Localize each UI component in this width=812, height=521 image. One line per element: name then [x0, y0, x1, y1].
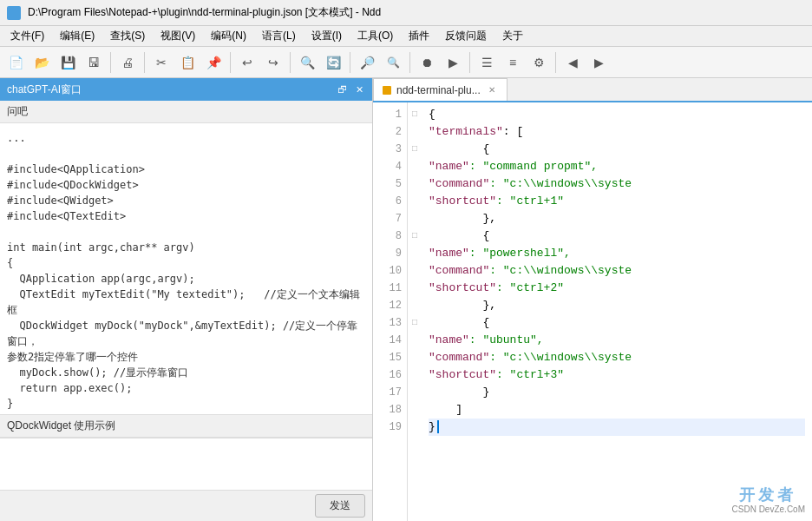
fold-marker-13[interactable]: □ — [408, 314, 422, 332]
zoom-out-btn[interactable]: 🔍 — [381, 50, 405, 75]
replace-btn[interactable]: 🔄 — [321, 50, 345, 75]
fold-marker-15 — [408, 349, 422, 366]
print-btn[interactable]: 🖨 — [115, 50, 140, 75]
code-part-bracket: { — [429, 316, 489, 329]
panel-close-btn[interactable]: ✕ — [353, 83, 365, 96]
align-left-btn[interactable]: ☰ — [475, 50, 499, 75]
fold-marker-3[interactable]: □ — [408, 141, 422, 158]
menu-item-[interactable]: 插件 — [402, 27, 436, 45]
redo-btn[interactable]: ↪ — [261, 50, 285, 75]
save-btn[interactable]: 💾 — [56, 50, 80, 75]
code-part-key: "terminals" — [429, 125, 503, 138]
fold-marker-4 — [408, 158, 422, 175]
menu-item-i[interactable]: 设置(I) — [304, 27, 349, 45]
code-line-18: ] — [429, 401, 805, 419]
sep7 — [469, 52, 470, 73]
file-tab[interactable]: ndd-terminal-plu... ✕ — [373, 78, 508, 101]
zoom-in-btn[interactable]: 🔎 — [355, 50, 379, 75]
code-part-str: : "c:\\windows\\syste — [489, 264, 632, 277]
code-part-bracket: }, — [429, 212, 496, 225]
code-part-bracket: }, — [429, 299, 496, 312]
tab-bar: ndd-terminal-plu... ✕ — [373, 78, 812, 102]
open-btn[interactable]: 📂 — [29, 50, 54, 75]
paste-btn[interactable]: 📌 — [201, 50, 226, 75]
fold-marker-14 — [408, 332, 422, 349]
undo-btn[interactable]: ↩ — [235, 50, 259, 75]
save-all-btn[interactable]: 🖫 — [82, 50, 106, 75]
chat-input[interactable] — [3, 442, 369, 486]
line-number-8: 8 — [373, 228, 407, 245]
line-number-18: 18 — [373, 401, 407, 419]
menu-item-n[interactable]: 编码(N) — [204, 27, 253, 45]
run-btn[interactable]: ▶ — [441, 50, 465, 75]
fold-marker-11 — [408, 280, 422, 297]
panel-title-controls: 🗗 ✕ — [336, 83, 365, 96]
code-part-key: "name" — [429, 247, 469, 260]
code-line-2: "terminals": [ — [429, 123, 805, 141]
menu-item-o[interactable]: 工具(O) — [350, 27, 400, 45]
main-area: chatGPT-AI窗口 🗗 ✕ 问吧 ... #include<QApplic… — [0, 78, 812, 521]
align-right-btn[interactable]: ≡ — [501, 50, 525, 75]
code-part-key: "name" — [429, 333, 469, 346]
code-part-key: "shortcut" — [429, 281, 496, 294]
fold-marker-7 — [408, 210, 422, 228]
menu-item-v[interactable]: 视图(V) — [154, 27, 202, 45]
panel-restore-btn[interactable]: 🗗 — [336, 83, 348, 96]
menu-item-e[interactable]: 编辑(E) — [53, 27, 102, 45]
code-part-str: : "ctrl+3" — [496, 368, 564, 381]
copy-btn[interactable]: 📋 — [175, 50, 200, 75]
watermark-wrapper: 开发者 CSDN DevZe.CoM — [732, 505, 805, 514]
prev-btn[interactable]: ◀ — [560, 50, 585, 75]
line-number-16: 16 — [373, 366, 407, 384]
fold-marker-16 — [408, 366, 422, 384]
menu-item-l[interactable]: 语言(L) — [255, 27, 303, 45]
code-line-14: "name": "ubuntu", — [429, 332, 805, 349]
code-part-str: : "powershell", — [469, 247, 571, 260]
code-part-str: : "ubuntu", — [469, 333, 544, 346]
settings-btn[interactable]: ⚙ — [527, 50, 551, 75]
code-line-4: "name": "command propmt", — [429, 158, 805, 175]
tab-close-btn[interactable]: ✕ — [486, 84, 498, 96]
new-file-btn[interactable]: 📄 — [3, 50, 28, 75]
line-number-9: 9 — [373, 245, 407, 262]
sep4 — [290, 52, 291, 73]
sep3 — [230, 52, 231, 73]
bottom-label: QDockWidget 使用示例 — [0, 414, 372, 438]
menu-bar: 文件(F)编辑(E)查找(S)视图(V)编码(N)语言(L)设置(I)工具(O)… — [0, 26, 812, 47]
fold-marker-10 — [408, 262, 422, 280]
code-part-bracket: } — [429, 420, 435, 433]
fold-marker-1[interactable]: □ — [408, 106, 422, 123]
line-number-5: 5 — [373, 175, 407, 193]
code-line-10: "command": "c:\\windows\\syste — [429, 262, 805, 280]
code-line-7: }, — [429, 210, 805, 228]
code-part-str: : "ctrl+1" — [496, 195, 564, 208]
line-number-10: 10 — [373, 262, 407, 280]
macro-btn[interactable]: ⏺ — [415, 50, 439, 75]
fold-marker-8[interactable]: □ — [408, 228, 422, 245]
code-part-bracket: { — [429, 229, 489, 242]
menu-item-s[interactable]: 查找(S) — [103, 27, 152, 45]
menu-item-[interactable]: 反馈问题 — [438, 27, 494, 45]
line-number-17: 17 — [373, 384, 407, 401]
cut-btn[interactable]: ✂ — [149, 50, 174, 75]
fold-marker-12 — [408, 297, 422, 314]
watermark-sub: CSDN DevZe.CoM — [732, 505, 805, 514]
app-icon — [7, 6, 21, 20]
code-line-13: { — [429, 314, 805, 332]
fold-marker-2 — [408, 123, 422, 141]
title-text: D:\Program Files\Notepad-+\plugin\ndd-te… — [28, 5, 381, 20]
menu-item-f[interactable]: 文件(F) — [3, 27, 51, 45]
chat-input-area[interactable] — [0, 438, 372, 490]
right-panel: ndd-terminal-plu... ✕ 123456789101112131… — [373, 78, 812, 521]
code-line-11: "shortcut": "ctrl+2" — [429, 280, 805, 297]
code-line-3: { — [429, 141, 805, 158]
code-part-key: "shortcut" — [429, 195, 496, 208]
send-button[interactable]: 发送 — [315, 494, 365, 518]
find-btn[interactable]: 🔍 — [295, 50, 319, 75]
line-number-11: 11 — [373, 280, 407, 297]
menu-item-[interactable]: 关于 — [495, 27, 530, 45]
code-line-16: "shortcut": "ctrl+3" — [429, 366, 805, 384]
code-part-bracket: : [ — [503, 125, 523, 138]
next-btn[interactable]: ▶ — [586, 50, 611, 75]
code-lines[interactable]: {"terminals": [ {"name": "command propmt… — [422, 102, 812, 521]
